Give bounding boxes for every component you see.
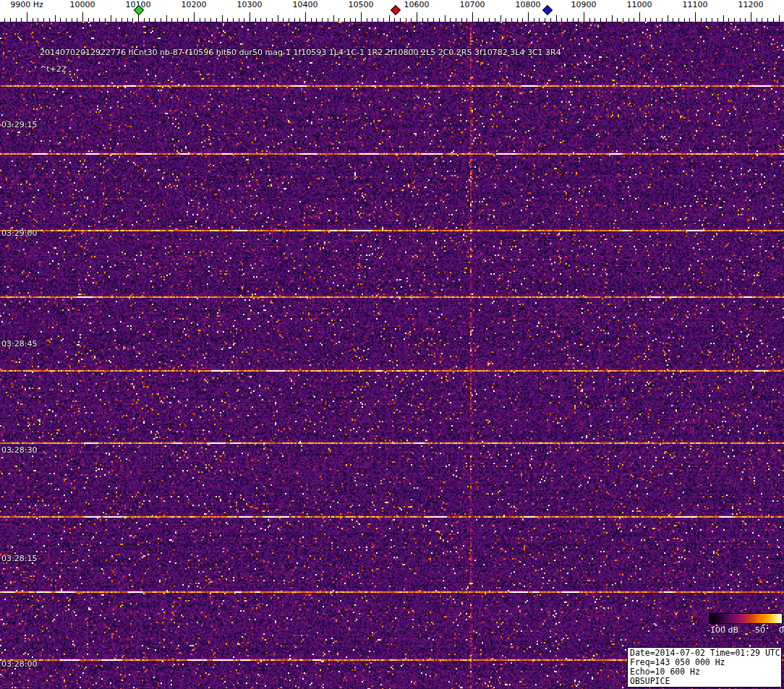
ruler-tick [183, 18, 184, 22]
ruler-tick [757, 18, 757, 22]
ruler-tick [634, 18, 634, 22]
colorbar-gradient [709, 613, 783, 624]
ruler-tick [188, 18, 189, 22]
ruler-tick [745, 18, 746, 22]
ruler-tick [93, 18, 94, 22]
ruler-tick [600, 18, 601, 22]
ruler-tick [122, 18, 122, 22]
ruler-tick [606, 18, 607, 22]
ruler-tick [550, 18, 551, 22]
ruler-tick [673, 18, 673, 22]
ruler-tick [506, 18, 506, 22]
ruler-tick [456, 18, 456, 22]
ruler-tick [322, 18, 323, 22]
ruler-tick [567, 18, 568, 22]
ruler-tick [299, 18, 300, 22]
ruler-tick [66, 18, 67, 22]
ruler-tick [266, 18, 267, 22]
ruler-tick [239, 18, 239, 22]
ruler-tick [250, 12, 250, 22]
ruler-tick [712, 18, 712, 22]
ruler-tick [311, 18, 312, 22]
ruler-tick [149, 18, 150, 22]
ruler-tick [779, 15, 780, 22]
time-label: 03:28:15 [1, 554, 37, 563]
ruler-tick [461, 18, 462, 22]
ruler-tick [545, 18, 545, 22]
ruler-tick [60, 18, 61, 22]
ruler-tick [561, 18, 562, 22]
colorbar-label-min: -100 dB [707, 625, 738, 635]
ruler-tick [684, 18, 685, 22]
ruler-tick [500, 15, 501, 22]
ruler-tick [305, 12, 306, 22]
ruler-tick [411, 18, 412, 22]
ruler-tick [338, 18, 339, 22]
ruler-tick [344, 18, 345, 22]
ruler-tick [595, 18, 595, 22]
ruler-tick [389, 15, 390, 22]
ruler-tick [55, 15, 56, 22]
ruler-tick [260, 18, 261, 22]
ruler-tick [668, 15, 668, 22]
ruler-tick [706, 18, 707, 22]
ruler-tick-label: 10800 [516, 0, 541, 9]
ruler-tick [161, 18, 161, 22]
ruler-tick [767, 18, 768, 22]
ruler-tick [289, 18, 289, 22]
ruler-tick [445, 15, 446, 22]
ruler-tick [38, 18, 38, 22]
ruler-tick [88, 18, 89, 22]
ruler-tick-label: 9900 Hz [10, 0, 43, 9]
ruler-tick [355, 18, 356, 22]
ruler-tick [272, 18, 273, 22]
ruler-tick [617, 18, 618, 22]
ruler-tick [656, 18, 657, 22]
ruler-tick [728, 18, 729, 22]
ruler-tick [723, 15, 724, 22]
ruler-tick [99, 18, 100, 22]
ruler-tick [72, 18, 72, 22]
ruler-tick [333, 15, 334, 22]
time-label: 03:29:15 [1, 120, 37, 129]
ruler-tick [394, 18, 395, 22]
ruler-tick [82, 12, 83, 22]
ruler-tick [171, 18, 172, 22]
marker-red-icon[interactable] [391, 5, 401, 15]
ruler-tick-label: 10300 [237, 0, 263, 9]
ruler-tick [717, 18, 718, 22]
ruler-tick [16, 18, 17, 22]
ruler-tick [105, 18, 106, 22]
ruler-tick [662, 18, 662, 22]
ruler-tick-label: 11100 [683, 0, 708, 9]
colorbar-labels: -100 dB -50 0 [707, 625, 784, 635]
ruler-tick [612, 15, 613, 22]
ruler-tick-label: 10700 [460, 0, 485, 9]
ruler-tick [450, 18, 451, 22]
ruler-tick [378, 18, 378, 22]
marker-blue-icon[interactable] [542, 5, 553, 15]
ruler-tick [483, 18, 484, 22]
ruler-tick [639, 12, 640, 22]
ruler-tick [10, 18, 11, 22]
ruler-tick [417, 12, 417, 22]
colorbar-label-max: 0 [779, 625, 784, 635]
ruler-tick [439, 18, 440, 22]
ruler-tick [216, 18, 217, 22]
ruler-tick [528, 12, 529, 22]
ruler-tick [33, 18, 33, 22]
ruler-tick [294, 18, 295, 22]
spectrogram-canvas[interactable] [0, 22, 784, 689]
ruler-tick [283, 18, 284, 22]
ruler-tick [144, 18, 145, 22]
ruler-tick [111, 15, 111, 22]
ruler-tick [21, 18, 22, 22]
ruler-tick [43, 18, 44, 22]
ruler-tick [740, 18, 741, 22]
ruler-tick [578, 18, 579, 22]
ruler-tick [427, 18, 428, 22]
ruler-tick-label: 10200 [182, 0, 207, 9]
ruler-tick-label: 10600 [404, 0, 430, 9]
ruler-tick [433, 18, 434, 22]
ruler-tick [255, 18, 256, 22]
